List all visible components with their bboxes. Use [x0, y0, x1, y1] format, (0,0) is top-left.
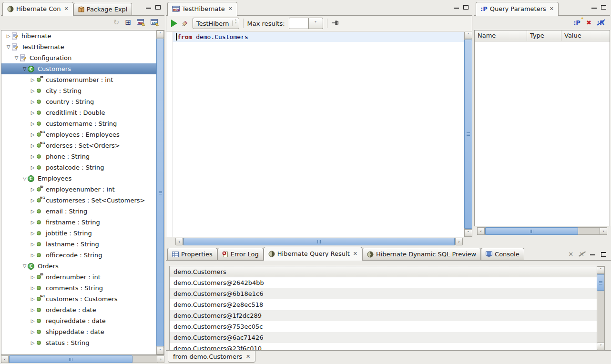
- close-icon[interactable]: ✕: [549, 6, 554, 12]
- result-row[interactable]: demo.Customers@2642b4bb: [170, 277, 597, 288]
- expand-arrow-icon[interactable]: ▷: [30, 110, 36, 115]
- tab-hibernate-configurations[interactable]: Hibernate Con ✕: [2, 2, 73, 16]
- tab-query-result-from-demo-customers[interactable]: from demo.Customers ✕: [168, 351, 255, 363]
- scroll-left-icon[interactable]: ‹: [477, 227, 485, 235]
- result-row[interactable]: demo.Customers@2e8ec518: [170, 299, 597, 310]
- expand-arrow-icon[interactable]: ▷: [30, 285, 36, 291]
- add-configuration-icon[interactable]: ⊞: [125, 19, 131, 26]
- expand-arrow-icon[interactable]: ▷: [30, 143, 36, 148]
- minimize-icon[interactable]: [590, 253, 595, 255]
- tab-hibernate-query-result[interactable]: Hibernate Query Result ✕: [264, 247, 362, 261]
- tree-item-testhibernate[interactable]: ▽TestHibernate: [1, 41, 156, 52]
- tree-item-firstname[interactable]: ▷firstname : String: [1, 217, 156, 228]
- expand-arrow-icon[interactable]: ▷: [30, 132, 36, 137]
- tree-vertical-scrollbar[interactable]: ˄ ˅: [156, 30, 164, 354]
- max-results-dropdown-icon[interactable]: ˅: [309, 18, 323, 29]
- toggle-parameters-icon[interactable]: :R: [597, 19, 604, 26]
- open-hql-editor-icon[interactable]: HQL: [137, 19, 145, 26]
- column-name[interactable]: Name: [475, 30, 527, 41]
- expand-arrow-icon[interactable]: ▷: [30, 340, 36, 345]
- collapse-arrow-icon[interactable]: ▽: [21, 66, 28, 71]
- tab-query-parameters[interactable]: :P Query Parameters ✕: [476, 2, 559, 16]
- expand-arrow-icon[interactable]: ▷: [30, 318, 36, 324]
- expand-arrow-icon[interactable]: ▷: [30, 99, 36, 104]
- expand-arrow-icon[interactable]: ▷: [5, 33, 11, 39]
- expand-arrow-icon[interactable]: ▷: [30, 307, 36, 313]
- collapse-arrow-icon[interactable]: ▽: [21, 263, 28, 269]
- result-row[interactable]: demo.Customers@753ec05c: [170, 321, 597, 332]
- tree-item-status[interactable]: ▷status : String: [1, 337, 156, 348]
- tree-item-customers[interactable]: ▷N-1customers : Customers: [1, 293, 156, 304]
- scroll-down-icon[interactable]: ˅: [156, 347, 164, 354]
- max-results-input[interactable]: [289, 18, 309, 29]
- collapse-arrow-icon[interactable]: ▽: [5, 44, 11, 50]
- expand-arrow-icon[interactable]: ▷: [30, 154, 36, 159]
- collapse-arrow-icon[interactable]: ▽: [21, 176, 28, 181]
- tree-item-requireddate[interactable]: ▷requireddate : date: [1, 315, 156, 326]
- tab-hibernate-dynamic-sql-preview[interactable]: Hibernate Dynamic SQL Preview: [362, 248, 481, 260]
- scroll-up-icon[interactable]: ˄: [156, 30, 164, 38]
- tree-item-hibernate[interactable]: ▷hibernate: [1, 30, 156, 41]
- result-vertical-scrollbar[interactable]: ˄ ˅: [597, 266, 604, 350]
- expand-arrow-icon[interactable]: ▷: [30, 88, 36, 93]
- tree-item-orders[interactable]: ▽COrders: [1, 261, 156, 272]
- close-icon[interactable]: ✕: [63, 6, 68, 12]
- tree-item-creditlimit[interactable]: ▷creditlimit : Double: [1, 107, 156, 118]
- close-icon[interactable]: ✕: [245, 354, 250, 360]
- tree-item-country[interactable]: ▷country : String: [1, 96, 156, 107]
- editor-horizontal-scrollbar[interactable]: ‹ ›: [183, 238, 455, 245]
- open-criteria-editor-icon[interactable]: CRI: [151, 19, 159, 26]
- tree-item-customernumber[interactable]: ▷IDcustomernumber : int: [1, 74, 156, 85]
- tree-item-configuration[interactable]: ▽Configuration: [1, 52, 156, 63]
- scroll-left-icon[interactable]: ‹: [175, 238, 183, 245]
- code-area[interactable]: from demo.Customers: [173, 32, 464, 237]
- expand-arrow-icon[interactable]: ▷: [30, 231, 36, 236]
- scroll-right-icon[interactable]: ›: [455, 238, 463, 245]
- tab-properties[interactable]: Properties: [167, 248, 217, 260]
- params-horizontal-scrollbar[interactable]: ‹ ›: [477, 227, 607, 235]
- run-hql-icon[interactable]: [171, 20, 177, 27]
- tree-item-ordernumber[interactable]: ▷IDordernumber : int: [1, 272, 156, 283]
- editor-vertical-scrollbar[interactable]: ˄ ˅: [464, 32, 472, 237]
- tree-item-customername[interactable]: ▷customername : String: [1, 118, 156, 129]
- scroll-down-icon[interactable]: ˅: [597, 343, 605, 350]
- tree-item-phone[interactable]: ▷phone : String: [1, 151, 156, 162]
- expand-arrow-icon[interactable]: ▷: [30, 121, 36, 126]
- result-table-header[interactable]: demo.Customers: [170, 266, 604, 277]
- maximize-icon[interactable]: [463, 5, 468, 10]
- minimize-icon[interactable]: [454, 6, 459, 9]
- scroll-right-icon[interactable]: ›: [600, 227, 607, 235]
- close-result-icon[interactable]: ✕: [568, 251, 573, 258]
- expand-arrow-icon[interactable]: ▷: [30, 329, 36, 334]
- tree-item-city[interactable]: ▷city : String: [1, 85, 156, 96]
- scroll-up-icon[interactable]: ˄: [597, 266, 605, 274]
- expand-arrow-icon[interactable]: ▷: [30, 165, 36, 170]
- column-value[interactable]: Value: [561, 30, 610, 41]
- tree-item-comments[interactable]: ▷comments : String: [1, 283, 156, 293]
- expand-arrow-icon[interactable]: ▷: [30, 198, 36, 203]
- result-row[interactable]: demo.Customers@6b18e1c6: [170, 288, 597, 299]
- remove-parameter-icon[interactable]: ✖: [586, 19, 591, 26]
- tree-item-lastname[interactable]: ▷lastname : String: [1, 239, 156, 250]
- tree-item-postalcode[interactable]: ▷postalcode : String: [1, 162, 156, 173]
- expand-arrow-icon[interactable]: ▷: [30, 242, 36, 247]
- column-type[interactable]: Type: [527, 30, 561, 41]
- tree-item-orderdate[interactable]: ▷orderdate : date: [1, 304, 156, 315]
- tree-item-employees[interactable]: ▷N-1employees : Employees: [1, 129, 156, 140]
- connection-combo[interactable]: TestHibern ˄˅: [193, 18, 239, 29]
- tree-item-customerses[interactable]: ▷N-1customerses : Set<Customers>: [1, 195, 156, 206]
- tree-item-email[interactable]: ▷email : String: [1, 206, 156, 217]
- scroll-up-icon[interactable]: ˄: [464, 32, 472, 39]
- expand-arrow-icon[interactable]: ▷: [30, 220, 36, 225]
- scroll-down-icon[interactable]: ˅: [464, 229, 472, 237]
- close-icon[interactable]: ✕: [227, 6, 233, 12]
- expand-arrow-icon[interactable]: ▷: [30, 209, 36, 214]
- minimize-icon[interactable]: [591, 6, 597, 9]
- result-row[interactable]: demo.Customers@6ac71426: [170, 332, 597, 343]
- tab-testhibernate-editor[interactable]: HQL TestHibernate ✕: [167, 2, 237, 16]
- tree-item-officecode[interactable]: ▷officecode : String: [1, 250, 156, 261]
- tree-horizontal-scrollbar[interactable]: ‹ ›: [1, 355, 164, 363]
- expand-arrow-icon[interactable]: ▷: [30, 187, 36, 192]
- pin-editor-icon[interactable]: [331, 20, 339, 27]
- tree-item-employeenumber[interactable]: ▷IDemployeenumber : int: [1, 184, 156, 195]
